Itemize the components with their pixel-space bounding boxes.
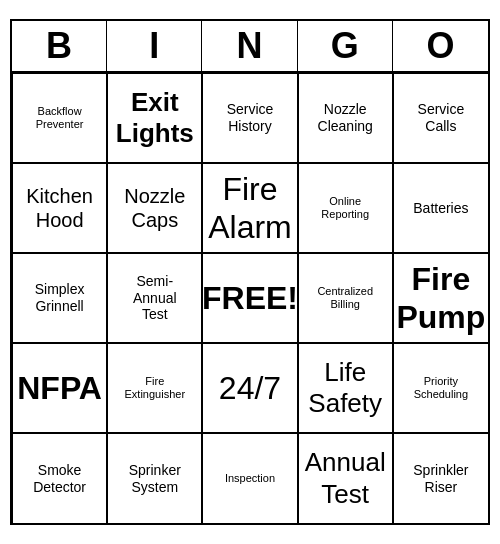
bingo-grid: BackflowPreventerExitLightsServiceHistor…	[12, 73, 488, 523]
bingo-cell-5: KitchenHood	[12, 163, 107, 253]
bingo-cell-3: NozzleCleaning	[298, 73, 393, 163]
bingo-cell-11: Semi-AnnualTest	[107, 253, 202, 343]
cell-text-17: 24/7	[219, 369, 281, 407]
cell-text-13: CentralizedBilling	[317, 285, 373, 311]
cell-text-20: SmokeDetector	[33, 462, 86, 496]
header-letter-o: O	[393, 21, 488, 71]
cell-text-18: LifeSafety	[308, 357, 382, 419]
cell-text-1: ExitLights	[116, 87, 194, 149]
bingo-cell-16: FireExtinguisher	[107, 343, 202, 433]
cell-text-7: FireAlarm	[208, 170, 292, 247]
bingo-cell-1: ExitLights	[107, 73, 202, 163]
bingo-cell-4: ServiceCalls	[393, 73, 488, 163]
bingo-cell-14: FirePump	[393, 253, 488, 343]
bingo-cell-2: ServiceHistory	[202, 73, 297, 163]
cell-text-12: FREE!	[202, 279, 297, 317]
bingo-cell-0: BackflowPreventer	[12, 73, 107, 163]
bingo-cell-18: LifeSafety	[298, 343, 393, 433]
cell-text-14: FirePump	[396, 260, 485, 337]
cell-text-8: OnlineReporting	[321, 195, 369, 221]
cell-text-3: NozzleCleaning	[318, 101, 373, 135]
cell-text-4: ServiceCalls	[418, 101, 465, 135]
bingo-cell-22: Inspection	[202, 433, 297, 523]
cell-text-15: NFPA	[17, 369, 102, 407]
bingo-cell-17: 24/7	[202, 343, 297, 433]
bingo-cell-21: SprinkerSystem	[107, 433, 202, 523]
cell-text-11: Semi-AnnualTest	[133, 273, 177, 323]
cell-text-22: Inspection	[225, 472, 275, 485]
bingo-cell-7: FireAlarm	[202, 163, 297, 253]
cell-text-10: SimplexGrinnell	[35, 281, 85, 315]
bingo-cell-6: NozzleCaps	[107, 163, 202, 253]
cell-text-19: PriorityScheduling	[414, 375, 468, 401]
header-letter-g: G	[298, 21, 393, 71]
bingo-header: BINGO	[12, 21, 488, 73]
bingo-cell-19: PriorityScheduling	[393, 343, 488, 433]
bingo-cell-24: SprinklerRiser	[393, 433, 488, 523]
header-letter-n: N	[202, 21, 297, 71]
cell-text-9: Batteries	[413, 200, 468, 217]
bingo-cell-23: AnnualTest	[298, 433, 393, 523]
cell-text-5: KitchenHood	[26, 184, 93, 232]
cell-text-2: ServiceHistory	[227, 101, 274, 135]
bingo-cell-8: OnlineReporting	[298, 163, 393, 253]
cell-text-0: BackflowPreventer	[36, 105, 84, 131]
bingo-cell-12: FREE!	[202, 253, 297, 343]
cell-text-21: SprinkerSystem	[129, 462, 181, 496]
bingo-cell-9: Batteries	[393, 163, 488, 253]
cell-text-23: AnnualTest	[305, 447, 386, 509]
bingo-cell-20: SmokeDetector	[12, 433, 107, 523]
cell-text-16: FireExtinguisher	[125, 375, 186, 401]
header-letter-b: B	[12, 21, 107, 71]
bingo-cell-15: NFPA	[12, 343, 107, 433]
bingo-card: BINGO BackflowPreventerExitLightsService…	[10, 19, 490, 525]
header-letter-i: I	[107, 21, 202, 71]
cell-text-24: SprinklerRiser	[413, 462, 468, 496]
bingo-cell-10: SimplexGrinnell	[12, 253, 107, 343]
cell-text-6: NozzleCaps	[124, 184, 185, 232]
bingo-cell-13: CentralizedBilling	[298, 253, 393, 343]
